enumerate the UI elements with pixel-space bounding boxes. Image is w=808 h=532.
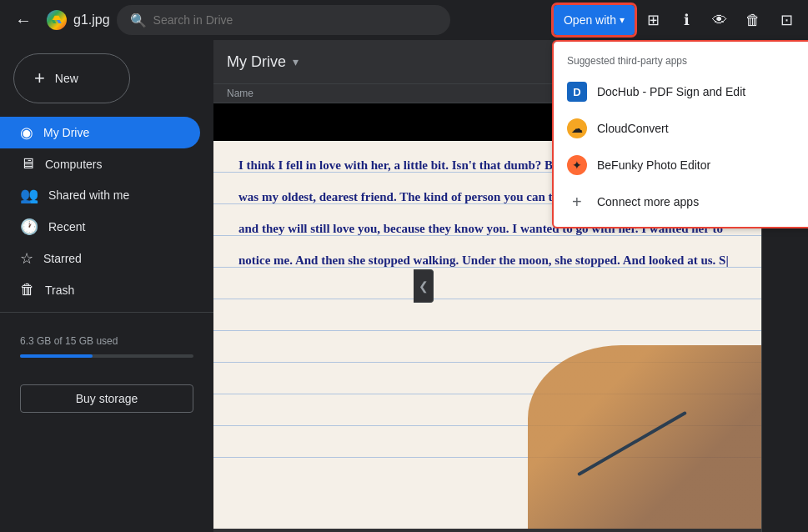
storage-bar-background [20,354,193,358]
cloudconvert-app-item[interactable]: ☁ CloudConvert [554,110,808,147]
connect-icon: + [567,192,587,212]
befunky-icon: ✦ [567,155,587,175]
sidebar-item-my-drive[interactable]: ◉ My Drive [0,117,200,148]
search-icon: 🔍 [130,13,147,28]
topbar: ← g1.jpg 🔍 Open with ▾ Suggested third-p… [0,0,808,40]
dochub-icon: D [567,82,587,102]
back-button[interactable]: ← [7,3,40,37]
drive-title: My Drive [227,53,286,71]
search-bar[interactable]: 🔍 [117,5,450,35]
grid-icon: ⊞ [647,11,660,29]
new-window-button[interactable]: ⊡ [771,5,801,35]
sidebar-item-label-computers: Computers [45,158,102,171]
storage-bar-fill [20,354,93,358]
info-button[interactable]: ℹ [671,5,701,35]
sidebar: + New ◉ My Drive 🖥 Computers 👥 Shared wi… [0,40,213,532]
buy-storage-button[interactable]: Buy storage [20,384,193,413]
chevron-down-icon: ▾ [620,14,625,26]
sidebar-item-trash[interactable]: 🗑 Trash [0,274,200,305]
new-button[interactable]: + New [13,53,130,103]
befunky-app-item[interactable]: ✦ BeFunky Photo Editor [554,147,808,183]
recent-icon: 🕐 [20,218,38,236]
sidebar-item-recent[interactable]: 🕐 Recent [0,211,200,243]
notebook-line [213,299,761,331]
new-icon: + [34,68,45,89]
delete-button[interactable]: 🗑 [738,5,768,35]
sidebar-item-shared[interactable]: 👥 Shared with me [0,179,200,211]
search-input[interactable] [153,13,437,27]
collapse-icon: ❮ [419,279,429,293]
sidebar-item-label-starred: Starred [43,252,82,265]
sidebar-item-computers[interactable]: 🖥 Computers [0,148,200,179]
sidebar-item-label-shared: Shared with me [48,188,129,202]
new-window-icon: ⊡ [780,11,793,29]
file-title: g1.jpg [73,13,110,28]
back-icon: ← [15,11,32,30]
storage-label: 6.3 GB of 15 GB used [20,335,118,347]
open-with-label: Open with [564,13,616,27]
dochub-label: DocHub - PDF Sign and Edit [597,85,745,98]
drive-logo [47,10,67,30]
collapse-sidebar-button[interactable]: ❮ [414,269,434,303]
dropdown-section-label: Suggested third-party apps [554,48,808,73]
eye-icon: 👁 [712,12,727,29]
open-with-wrapper: Open with ▾ Suggested third-party apps D… [554,5,635,35]
new-label: New [55,72,78,85]
sidebar-item-starred[interactable]: ☆ Starred [0,243,200,274]
shared-icon: 👥 [20,186,38,204]
connect-more-label: Connect more apps [597,195,699,208]
starred-icon: ☆ [20,249,33,268]
computers-icon: 🖥 [20,155,35,173]
dochub-app-item[interactable]: D DocHub - PDF Sign and Edit [554,73,808,110]
sidebar-item-label-trash: Trash [45,284,74,297]
cloudconvert-label: CloudConvert [597,122,669,135]
trash-icon: 🗑 [745,12,760,29]
preview-button[interactable]: 👁 [705,5,735,35]
connect-more-apps-item[interactable]: + Connect more apps [554,183,808,220]
cloudconvert-icon: ☁ [567,118,587,138]
info-icon: ℹ [684,11,690,29]
my-drive-icon: ◉ [20,123,33,142]
open-with-button[interactable]: Open with ▾ [554,5,635,35]
sidebar-item-label-my-drive: My Drive [43,126,89,139]
drive-chevron-icon[interactable]: ▾ [293,55,299,68]
trash-sidebar-icon: 🗑 [20,281,35,299]
topbar-actions: Open with ▾ Suggested third-party apps D… [554,5,801,35]
sidebar-item-label-recent: Recent [48,220,85,233]
open-with-dropdown: Suggested third-party apps D DocHub - PD… [554,42,808,227]
sidebar-divider [0,312,213,313]
storage-section: 6.3 GB of 15 GB used [0,319,213,378]
befunky-label: BeFunky Photo Editor [597,158,710,172]
grid-view-button[interactable]: ⊞ [638,5,668,35]
topbar-left: ← g1.jpg [7,3,110,37]
